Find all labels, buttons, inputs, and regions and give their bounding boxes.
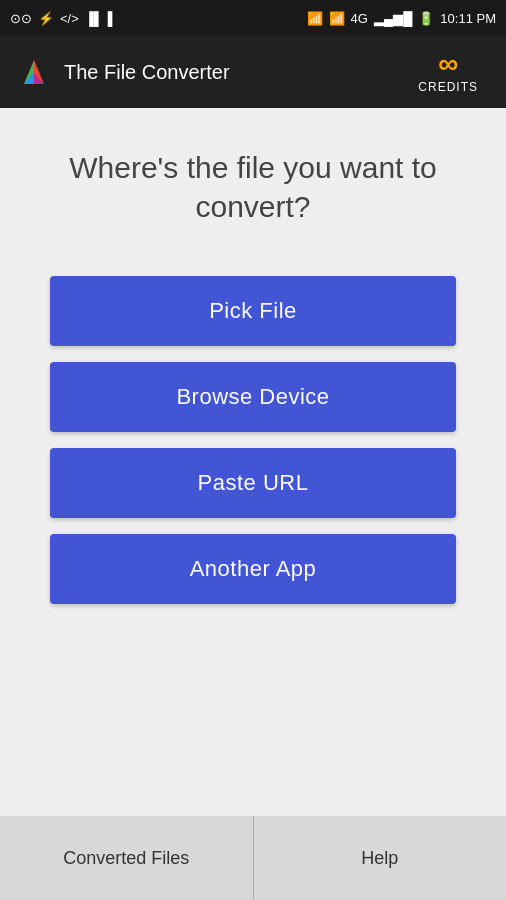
time-display: 10:11 PM: [440, 11, 496, 26]
bottom-bar: Converted Files Help: [0, 816, 506, 900]
app-title: The File Converter: [64, 61, 230, 84]
credits-label: CREDITS: [418, 80, 478, 94]
code-icon: </>: [60, 11, 79, 26]
battery-level-icon: 🔋: [418, 11, 434, 26]
status-bar-left: ⊙⊙ ⚡ </> ▐▌▐: [10, 11, 112, 26]
browse-device-button[interactable]: Browse Device: [50, 362, 456, 432]
status-bar: ⊙⊙ ⚡ </> ▐▌▐ 📶 📶 4G ▂▄▆█ 🔋 10:11 PM: [0, 0, 506, 36]
credits-symbol: ∞: [438, 50, 458, 78]
usb-icon: ⚡: [38, 11, 54, 26]
barcode-icon: ▐▌▐: [85, 11, 113, 26]
help-tab[interactable]: Help: [254, 816, 507, 900]
app-logo: [16, 54, 52, 90]
question-text: Where's the file you want to convert?: [50, 148, 456, 226]
network-icon: ▂▄▆█: [374, 11, 412, 26]
main-content: Where's the file you want to convert? Pi…: [0, 108, 506, 816]
credits-button[interactable]: ∞ CREDITS: [406, 42, 490, 102]
voicemail-icon: ⊙⊙: [10, 11, 32, 26]
signal-icon: 4G: [351, 11, 368, 26]
paste-url-button[interactable]: Paste URL: [50, 448, 456, 518]
pick-file-button[interactable]: Pick File: [50, 276, 456, 346]
another-app-button[interactable]: Another App: [50, 534, 456, 604]
app-bar: The File Converter ∞ CREDITS: [0, 36, 506, 108]
battery-icon: 📶: [307, 11, 323, 26]
wifi-icon: 📶: [329, 11, 345, 26]
buttons-container: Pick File Browse Device Paste URL Anothe…: [50, 276, 456, 604]
converted-files-tab[interactable]: Converted Files: [0, 816, 254, 900]
app-bar-left: The File Converter: [16, 54, 230, 90]
status-bar-right: 📶 📶 4G ▂▄▆█ 🔋 10:11 PM: [307, 11, 496, 26]
